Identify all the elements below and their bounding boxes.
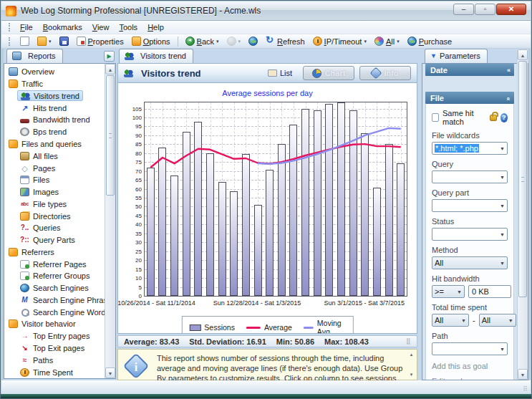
tree-item-paths[interactable]: ≈Paths [6,354,104,366]
resize-grip[interactable]: ⠿ [523,385,528,393]
params-scroll-thumb[interactable] [518,61,527,297]
dropdown-caret-icon[interactable]: ▼ [500,146,505,151]
dropdown-caret-icon[interactable]: ▼ [500,203,505,208]
menu-bookmarks[interactable]: Bookmarks [38,21,87,33]
info-view-button[interactable]: Info [359,66,411,80]
tree-item-directories[interactable]: Directories [6,210,104,222]
tree-item-visitors-trend[interactable]: Visitors trend [6,90,104,102]
stats-splitter-grip[interactable]: ⣿ [406,338,411,345]
add-goal-link[interactable]: Add this as goal [432,362,508,370]
tree-item-referrer-pages[interactable]: Referrer Pages [6,258,104,270]
purchase-button[interactable]: Purchase [405,36,455,47]
file-wildcards-combobox[interactable]: *.html; *.php ▼ [432,142,508,155]
tree-item-queries[interactable]: ?..Queries [6,222,104,234]
list-view-button[interactable]: List [262,67,298,79]
forward-dropdown-caret[interactable]: ▾ [238,39,241,44]
tree-item-hits-trend[interactable]: ↗Hits trend [6,102,104,114]
forward-button[interactable]: ▾ [224,36,244,47]
options-button[interactable]: Options [129,36,173,47]
file-section-content: Same hit match ? File wildcards *.html; … [425,104,514,380]
entry-pages-icon: → [20,332,29,340]
dropdown-caret-icon[interactable]: ▼ [508,318,513,323]
tree-item-top-exit-pages[interactable]: ↘Top Exit pages [6,342,104,355]
tree-item-time-spent[interactable]: Time Spent [6,366,104,378]
ip-timeout-dropdown-caret[interactable]: ▾ [364,39,367,44]
info-scroll-up-icon[interactable]: ▲ [410,352,414,357]
back-dropdown-caret[interactable]: ▾ [216,39,219,44]
home-button[interactable] [246,36,261,47]
chevron-down-icon[interactable]: « [507,67,509,74]
all-button[interactable]: All▾ [372,36,402,47]
tree-item-bps-trend[interactable]: Bps trend [6,126,104,138]
query-part-combobox[interactable]: ▼ [432,199,508,212]
chevron-up-icon[interactable]: « [504,97,511,99]
scroll-up-icon[interactable]: ▲ [518,49,528,60]
path-combobox[interactable]: ▼ [432,342,508,355]
tree-item-traffic[interactable]: Traffic [6,78,104,90]
scroll-down-icon[interactable]: ▼ [105,367,115,378]
tab-parameters[interactable]: ▼ Parameters [425,49,488,63]
tab-visitors-trend[interactable]: Visitors trend [119,49,193,63]
menu-tools[interactable]: Tools [114,21,142,33]
menu-file[interactable]: File [15,21,38,33]
tree-item-visitor-behavior[interactable]: Visitor behavior [6,318,104,330]
file-section-header[interactable]: File « [425,92,514,104]
tree-item-search-engine-words[interactable]: Search Engine Words [6,306,104,318]
query-combobox[interactable]: ▼ [432,170,508,183]
maximize-button[interactable]: ▫ [475,4,495,15]
dropdown-caret-icon[interactable]: ▼ [457,289,462,294]
open-button[interactable]: ▾ [34,36,54,47]
help-icon[interactable]: ? [500,113,508,122]
menu-help[interactable]: Help [142,21,169,33]
tree-scroll-thumb[interactable] [106,75,115,196]
parameters-scrollbar[interactable]: ▲ ▼ [517,49,528,380]
close-button[interactable]: ✕ [496,4,526,15]
tree-item-files-and-queries[interactable]: Files and queries [6,138,104,150]
tree-item-all-files[interactable]: All files [6,150,104,162]
hit-bandwidth-operator-combobox[interactable]: >= ▼ [432,285,465,298]
time-spent-to-combobox[interactable]: All ▼ [479,314,516,327]
back-button[interactable]: Back▾ [183,36,222,47]
info-scroll-down-icon[interactable]: ▼ [410,372,414,377]
info-scrollbar[interactable]: ▲▼ [407,352,415,377]
tree-item-top-entry-pages[interactable]: →Top Entry pages [6,330,104,342]
refresh-button[interactable]: Refresh [263,36,308,47]
tree-item-query-parts[interactable]: ?::Query Parts [6,234,104,246]
tree-item-bandwidth-trend[interactable]: Bandwidth trend [6,114,104,126]
dropdown-caret-icon[interactable]: ▼ [500,232,505,237]
scroll-up-icon[interactable]: ▲ [105,64,115,74]
tree-scrollbar[interactable]: ▲ ▼ [105,64,115,378]
scroll-down-icon[interactable]: ▼ [518,369,528,380]
new-button[interactable] [17,36,32,47]
open-dropdown-caret[interactable]: ▾ [49,39,52,44]
dropdown-caret-icon[interactable]: ▼ [500,347,505,352]
minimize-button[interactable]: – [453,4,474,15]
tab-reports[interactable]: Reports [6,49,63,63]
tree-item-search-engines[interactable]: Search Engines [6,282,104,294]
chart-view-button[interactable]: Chart [303,66,354,80]
lock-icon[interactable] [490,115,496,121]
tree-item-file-types[interactable]: abcFile types [6,198,104,210]
panel-expand-button[interactable]: ▶ [104,51,115,62]
ip-timeout-button[interactable]: IP/Timeout▾ [310,36,369,47]
time-spent-from-combobox[interactable]: All ▼ [432,314,469,327]
tree-item-images[interactable]: Images [6,186,104,198]
hit-bandwidth-input[interactable] [468,285,511,298]
same-hit-match-checkbox[interactable] [432,113,439,122]
properties-button[interactable]: Properties [74,36,127,47]
dropdown-caret-icon[interactable]: ▼ [500,175,505,180]
method-combobox[interactable]: All ▼ [432,256,508,269]
all-dropdown-caret[interactable]: ▾ [397,39,400,44]
tree-item-pages[interactable]: ◇Pages [6,162,104,174]
dropdown-caret-icon[interactable]: ▼ [500,261,505,266]
tree-item-referrer-groups[interactable]: Referrer Groups [6,270,104,282]
tree-item-overview[interactable]: Overview [6,66,104,78]
tree-item-referrers[interactable]: Referrers [6,246,104,258]
menu-view[interactable]: View [87,21,115,33]
save-button[interactable] [57,36,72,47]
dropdown-caret-icon[interactable]: ▼ [461,318,466,323]
tree-item-files[interactable]: Files [6,174,104,186]
status-combobox[interactable]: ▼ [432,228,508,241]
tree-item-search-engine-phrases[interactable]: MSearch Engine Phrases [6,294,104,307]
date-section-header[interactable]: Date « [425,64,514,76]
